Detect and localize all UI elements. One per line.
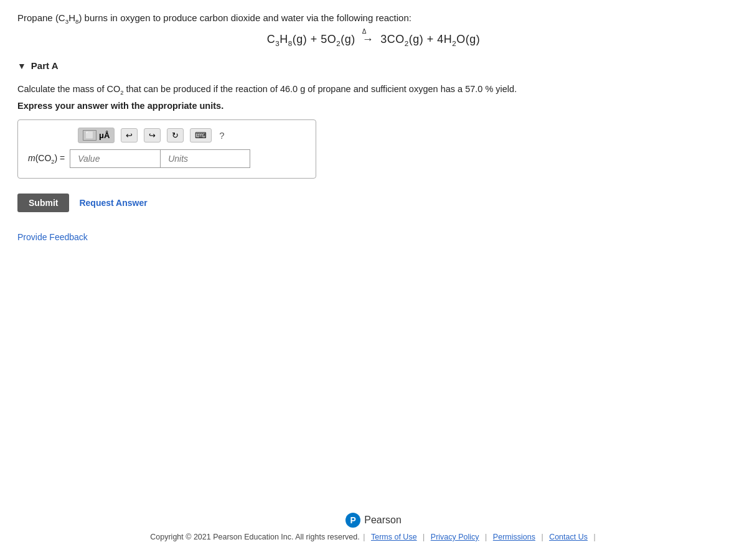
pearson-p-icon: P: [345, 513, 360, 528]
part-a-label: Part A: [31, 60, 59, 71]
reaction-equation: C3H8(g) + 5O2(g) Δ → 3CO2(g) + 4H2O(g): [17, 33, 730, 47]
redo-icon: ↪: [149, 131, 156, 140]
collapse-icon[interactable]: ▼: [17, 61, 26, 71]
intro-text: Propane (C3H8) burns in oxygen to produc…: [17, 11, 730, 27]
question-text: Calculate the mass of CO2 that can be pr…: [17, 82, 730, 97]
undo-icon: ↩: [126, 131, 133, 140]
units-input[interactable]: [160, 149, 250, 168]
keyboard-button[interactable]: ⌨: [190, 128, 212, 142]
value-input[interactable]: [70, 149, 160, 168]
keyboard-icon: ⌨: [195, 131, 207, 140]
permissions-link[interactable]: Permissions: [493, 533, 535, 541]
copyright-text: Copyright © 2021 Pearson Education Inc. …: [150, 533, 359, 541]
footer-links: Copyright © 2021 Pearson Education Inc. …: [150, 533, 596, 541]
submit-button[interactable]: Submit: [17, 194, 69, 212]
part-a-header: ▼ Part A: [17, 60, 730, 71]
answer-box: ⬜ μÅ ↩ ↪ ↻ ⌨ ? m(CO2) =: [17, 119, 316, 179]
privacy-link[interactable]: Privacy Policy: [431, 533, 479, 541]
footer-area: P Pearson Copyright © 2021 Pearson Educa…: [0, 513, 747, 541]
pearson-logo: P Pearson: [345, 513, 402, 528]
help-button[interactable]: ?: [218, 130, 225, 141]
provide-feedback-link[interactable]: Provide Feedback: [17, 232, 730, 242]
undo-button[interactable]: ↩: [121, 128, 138, 142]
request-answer-link[interactable]: Request Answer: [79, 198, 147, 208]
redo-button[interactable]: ↪: [144, 128, 161, 142]
help-icon: ?: [219, 130, 224, 141]
refresh-button[interactable]: ↻: [167, 128, 184, 142]
mass-label: m(CO2) =: [28, 153, 65, 165]
toolbar: ⬜ μÅ ↩ ↪ ↻ ⌨ ?: [28, 128, 306, 143]
action-row: Submit Request Answer: [17, 194, 730, 212]
contact-link[interactable]: Contact Us: [549, 533, 588, 541]
instruction-text: Express your answer with the appropriate…: [17, 101, 730, 111]
answer-row: m(CO2) =: [28, 149, 306, 168]
mu-label: μÅ: [99, 131, 110, 140]
format-button[interactable]: ⬜ μÅ: [78, 128, 115, 143]
pearson-label: Pearson: [364, 515, 402, 526]
refresh-icon: ↻: [172, 131, 179, 140]
terms-link[interactable]: Terms of Use: [371, 533, 417, 541]
